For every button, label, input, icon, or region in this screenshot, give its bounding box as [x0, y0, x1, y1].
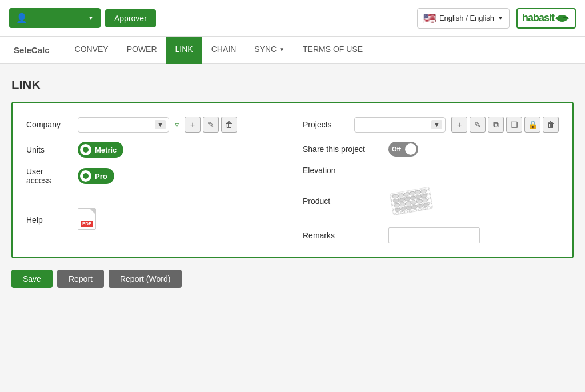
company-label: Company — [26, 120, 72, 129]
pdf-icon-body: PDF — [78, 208, 96, 230]
bottom-buttons: Save Report Report (Word) — [11, 270, 574, 288]
nav-brand: SeleCalc — [9, 45, 54, 55]
filter-icon[interactable]: ▿ — [175, 120, 179, 129]
projects-row: Projects ▼ + ✎ ⧉ — [303, 117, 559, 133]
projects-add-button[interactable]: + — [451, 117, 467, 133]
main-card: Company ▼ ▿ + ✎ 🗑 — [11, 102, 574, 258]
user-access-toggle-text: Pro — [95, 172, 107, 181]
nav-bar: SeleCalc CONVEY POWER LINK CHAIN SYNC ▼ … — [0, 37, 585, 64]
product-label: Product — [303, 197, 383, 206]
sync-label: SYNC — [254, 45, 277, 54]
projects-lock-button[interactable]: 🔒 — [524, 117, 540, 133]
share-toggle-knob — [405, 143, 416, 155]
projects-copy-button[interactable]: ⧉ — [488, 117, 504, 133]
nav-item-chain[interactable]: CHAIN — [202, 37, 246, 64]
help-label: Help — [26, 215, 72, 225]
user-dropdown[interactable]: 👤 ▼ — [9, 8, 101, 28]
nav-item-convey[interactable]: CONVEY — [66, 37, 118, 64]
header: 👤 ▼ Approver 🇺🇸 English / English ▼ haba… — [0, 0, 585, 37]
projects-select[interactable] — [354, 117, 446, 133]
elevation-row: Elevation — [303, 166, 559, 175]
units-label: Units — [26, 145, 72, 154]
share-toggle-label: Off — [392, 146, 401, 153]
report-button[interactable]: Report — [57, 270, 104, 288]
user-icon: 👤 — [16, 13, 27, 23]
caret-icon: ▼ — [88, 15, 94, 21]
help-row: Help PDF — [26, 208, 280, 232]
units-row: Units Metric — [26, 142, 280, 158]
duplicate-icon: ❏ — [511, 120, 518, 129]
left-column: Company ▼ ▿ + ✎ 🗑 — [26, 117, 280, 243]
share-row: Share this project Off — [303, 142, 559, 157]
save-button[interactable]: Save — [11, 270, 53, 288]
share-toggle[interactable]: Off — [388, 142, 418, 157]
product-row: Product — [303, 184, 559, 218]
user-access-row: User access Pro — [26, 167, 280, 185]
projects-duplicate-button[interactable]: ❏ — [506, 117, 522, 133]
company-edit-button[interactable]: ✎ — [203, 117, 219, 133]
report-word-button[interactable]: Report (Word) — [109, 270, 182, 288]
lang-caret-icon: ▼ — [498, 15, 503, 21]
units-toggle-text: Metric — [95, 146, 117, 154]
projects-toolbar: + ✎ ⧉ ❏ 🔒 🗑 — [451, 117, 559, 133]
pdf-corner — [90, 209, 95, 214]
company-select[interactable] — [78, 117, 169, 133]
nav-item-sync[interactable]: SYNC ▼ — [245, 37, 294, 64]
header-right: 🇺🇸 English / English ▼ habasit — [417, 8, 576, 29]
lock-icon: 🔒 — [528, 120, 538, 129]
chain-mesh-svg — [388, 186, 434, 217]
approver-button[interactable]: Approver — [105, 9, 156, 27]
projects-select-wrapper: ▼ — [354, 117, 446, 133]
user-access-toggle-dot — [80, 170, 91, 182]
remarks-row: Remarks — [303, 227, 559, 243]
projects-trash-icon: 🗑 — [547, 120, 555, 129]
logo: habasit — [516, 8, 576, 29]
projects-edit-button[interactable]: ✎ — [470, 117, 486, 133]
product-image — [388, 184, 434, 218]
units-toggle-dot — [80, 144, 91, 155]
pdf-label: PDF — [81, 221, 93, 227]
nav-item-power[interactable]: POWER — [118, 37, 166, 64]
sync-caret-icon: ▼ — [279, 46, 285, 53]
remarks-input[interactable] — [388, 227, 480, 243]
pdf-icon[interactable]: PDF — [78, 208, 98, 232]
logo-text: habasit — [522, 12, 554, 24]
company-add-button[interactable]: + — [185, 117, 201, 133]
user-access-toggle[interactable]: Pro — [78, 168, 114, 184]
company-row: Company ▼ ▿ + ✎ 🗑 — [26, 117, 280, 133]
logo-icon — [554, 11, 570, 25]
share-label: Share this project — [303, 145, 383, 154]
nav-item-terms[interactable]: TERMS OF USE — [294, 37, 372, 64]
remarks-label: Remarks — [303, 231, 383, 240]
language-label: English / English — [439, 14, 494, 22]
user-access-label: User access — [26, 167, 72, 185]
header-left: 👤 ▼ Approver — [9, 8, 156, 28]
elevation-label: Elevation — [303, 166, 383, 175]
language-selector[interactable]: 🇺🇸 English / English ▼ — [417, 8, 510, 29]
company-delete-button[interactable]: 🗑 — [221, 117, 237, 133]
projects-edit-icon: ✎ — [474, 120, 481, 129]
projects-delete-button[interactable]: 🗑 — [543, 117, 559, 133]
edit-icon: ✎ — [207, 120, 214, 129]
nav-item-link[interactable]: LINK — [166, 37, 202, 64]
company-select-wrapper: ▼ — [78, 117, 169, 133]
trash-icon: 🗑 — [225, 120, 233, 129]
units-toggle[interactable]: Metric — [78, 142, 123, 158]
page-title: LINK — [11, 78, 574, 93]
projects-label: Projects — [303, 120, 348, 129]
flag-icon: 🇺🇸 — [423, 12, 436, 25]
card-grid: Company ▼ ▿ + ✎ 🗑 — [26, 117, 559, 243]
company-toolbar: + ✎ 🗑 — [185, 117, 237, 133]
main-content: LINK Company ▼ ▿ + — [0, 64, 585, 392]
right-column: Projects ▼ + ✎ ⧉ — [303, 117, 559, 243]
copy-icon: ⧉ — [493, 120, 499, 130]
